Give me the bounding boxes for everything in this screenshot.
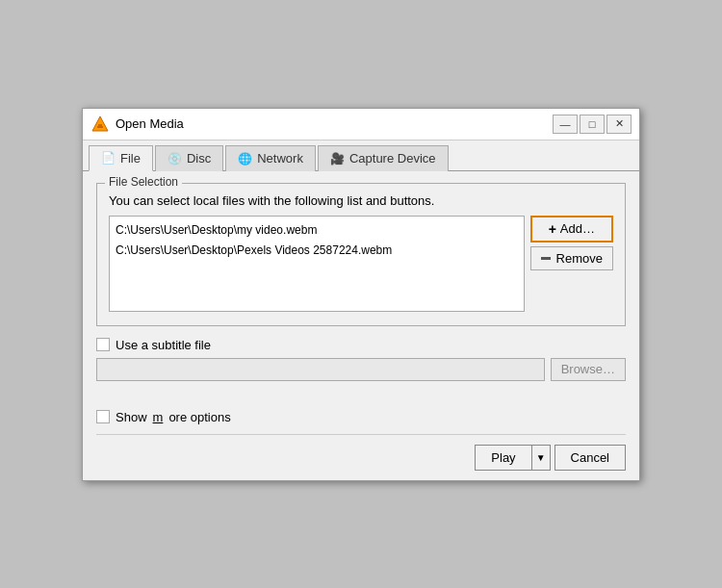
remove-icon: [541, 257, 551, 260]
add-icon: +: [549, 221, 556, 237]
window-title: Open Media: [116, 116, 184, 131]
open-media-window: Open Media — □ ✕ 📄 File 💿 Disc 🌐 Network…: [82, 108, 640, 481]
disc-tab-icon: 💿: [168, 152, 182, 166]
subtitle-label-text: Use a subtitle file: [116, 338, 211, 352]
vlc-icon: [90, 115, 110, 134]
network-tab-label: Network: [257, 151, 303, 166]
subtitle-input[interactable]: [96, 358, 545, 381]
bottom-buttons: Play ▼ Cancel: [96, 434, 626, 471]
tab-bar: 📄 File 💿 Disc 🌐 Network 🎥 Capture Device: [83, 141, 639, 171]
capture-tab-label: Capture Device: [349, 151, 436, 166]
tab-disc[interactable]: 💿 Disc: [155, 145, 223, 171]
svg-rect-1: [97, 126, 103, 128]
cancel-button[interactable]: Cancel: [554, 445, 626, 471]
list-item: C:\Users\User\Desktop\my video.webm: [114, 220, 520, 241]
file-tab-label: File: [120, 151, 141, 166]
file-list[interactable]: C:\Users\User\Desktop\my video.webm C:\U…: [109, 216, 525, 312]
title-bar-controls: — □ ✕: [553, 115, 632, 134]
more-underline: m: [153, 410, 164, 424]
browse-button[interactable]: Browse…: [551, 358, 626, 381]
list-item: C:\Users\User\Desktop\Pexels Videos 2587…: [114, 241, 520, 261]
file-tab-icon: 📄: [101, 151, 116, 165]
close-button[interactable]: ✕: [606, 115, 632, 134]
subtitle-checkbox-row: Use a subtitle file: [96, 338, 626, 352]
play-dropdown-button[interactable]: ▼: [531, 445, 551, 471]
file-area: C:\Users\User\Desktop\my video.webm C:\U…: [109, 216, 613, 312]
tab-file[interactable]: 📄 File: [89, 145, 153, 171]
play-group: Play ▼: [475, 445, 550, 471]
capture-tab-icon: 🎥: [330, 152, 345, 166]
file-selection-description: You can select local files with the foll…: [109, 193, 613, 208]
add-button-label: Add…: [560, 221, 595, 236]
add-button[interactable]: + Add…: [530, 216, 613, 243]
group-box-label: File Selection: [105, 175, 182, 189]
remove-button-label: Remove: [556, 251, 603, 266]
maximize-button[interactable]: □: [580, 115, 605, 134]
network-tab-icon: 🌐: [238, 152, 252, 166]
title-bar-left: Open Media: [90, 115, 184, 134]
title-bar: Open Media — □ ✕: [83, 109, 639, 141]
subtitle-section: Use a subtitle file Browse…: [96, 338, 626, 381]
show-more-label: Show more options: [116, 410, 231, 424]
tab-capture[interactable]: 🎥 Capture Device: [318, 145, 449, 171]
subtitle-input-row: Browse…: [96, 358, 626, 381]
svg-marker-0: [92, 116, 108, 131]
disc-tab-label: Disc: [187, 151, 211, 166]
play-button[interactable]: Play: [475, 445, 530, 471]
tab-network[interactable]: 🌐 Network: [225, 145, 316, 171]
file-buttons: + Add… Remove: [530, 216, 613, 270]
bottom-section: Show more options Play ▼ Cancel: [83, 404, 639, 480]
svg-rect-2: [98, 124, 102, 126]
minimize-button[interactable]: —: [553, 115, 578, 134]
subtitle-checkbox-label[interactable]: Use a subtitle file: [96, 338, 211, 352]
show-more-checkbox[interactable]: [96, 410, 110, 423]
main-content: File Selection You can select local file…: [83, 171, 639, 404]
remove-button[interactable]: Remove: [530, 246, 613, 270]
file-selection-group: File Selection You can select local file…: [96, 183, 626, 326]
subtitle-checkbox[interactable]: [96, 338, 110, 351]
show-more-row: Show more options: [96, 410, 626, 424]
